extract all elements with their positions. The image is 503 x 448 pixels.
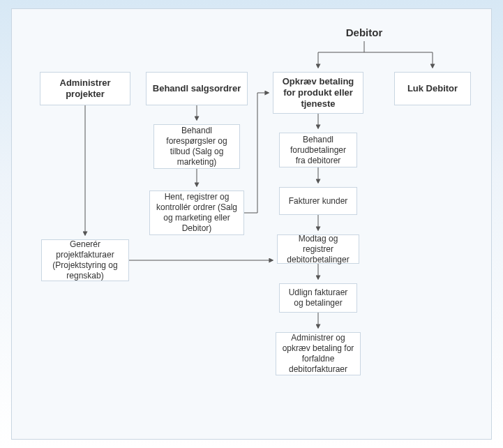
node-manage-collect-overdue: Administrer og opkræv betaling for forfa… — [276, 332, 361, 375]
node-generate-project-invoices: Generér projektfakturaer (Projektstyring… — [41, 239, 129, 281]
node-receive-register-payments: Modtag og registrer debitorbetalinger — [277, 234, 359, 264]
node-settle-invoices-payments: Udlign fakturaer og betalinger — [279, 283, 357, 313]
header-close-ar: Luk Debitor — [394, 72, 471, 105]
header-collect-payment: Opkræv betaling for produkt eller tjenes… — [273, 72, 363, 114]
diagram-title: Debitor — [312, 24, 416, 41]
diagram-panel: Debitor Administrer projekter Behandl sa… — [11, 8, 492, 440]
node-handle-inquiries: Behandl forespørgsler og tilbud (Salg og… — [153, 124, 240, 169]
node-fetch-register-orders: Hent, registrer og kontrollér ordrer (Sa… — [149, 191, 244, 235]
header-process-sales-orders: Behandl salgsordrer — [146, 72, 248, 105]
node-invoice-customers: Fakturer kunder — [279, 187, 357, 215]
header-administer-projects: Administrer projekter — [40, 72, 130, 105]
node-process-prepayments: Behandl forudbetalinger fra debitorer — [279, 133, 357, 167]
